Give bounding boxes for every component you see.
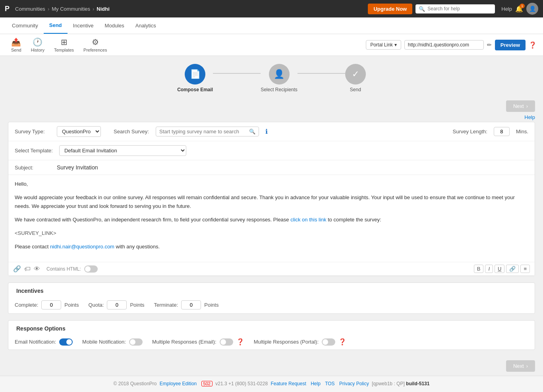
incentive-complete: Complete: Points: [15, 300, 79, 309]
tag-icon[interactable]: 🏷: [24, 265, 31, 273]
step-line-2: [298, 73, 345, 74]
bold-button[interactable]: B: [474, 265, 484, 273]
info-icon[interactable]: ℹ: [265, 128, 268, 135]
multi-email-info-icon[interactable]: ❓: [236, 338, 244, 346]
stepper: 📄 Compose Email 👤 Select Recipients ✓ Se…: [0, 64, 543, 92]
next-button-top[interactable]: Next ›: [506, 100, 535, 112]
incentives-row: Complete: Points Quota: Points Terminate…: [8, 296, 535, 313]
logo: P: [5, 5, 10, 13]
hyperlink-button[interactable]: 🔗: [506, 265, 519, 273]
breadcrumb-mycommunities[interactable]: My Communities: [52, 6, 90, 12]
survey-type-select[interactable]: QuestionPro: [57, 126, 101, 137]
format-buttons: B I U 🔗 ≡: [474, 265, 530, 273]
mins-label: Mins.: [516, 129, 528, 135]
footer-edition[interactable]: Employee Edition: [160, 381, 197, 386]
search-box: 🔍: [415, 4, 495, 13]
click-link[interactable]: click on this link: [290, 217, 326, 223]
breadcrumb-communities[interactable]: Communities: [15, 6, 45, 12]
quota-input[interactable]: [107, 300, 127, 309]
italic-button[interactable]: I: [485, 265, 493, 273]
footer-phone: +1 (800) 531-0228: [228, 381, 268, 386]
step-send-label: Send: [350, 87, 361, 92]
footer-feature-request[interactable]: Feature Request: [271, 381, 306, 386]
nav-incentive[interactable]: Incentive: [68, 18, 99, 33]
main-content: 📄 Compose Email 👤 Select Recipients ✓ Se…: [0, 56, 543, 376]
search-input[interactable]: [427, 6, 491, 12]
toolbar-history[interactable]: 🕐 History: [26, 36, 49, 54]
underline-button[interactable]: U: [495, 265, 504, 273]
nav-modules[interactable]: Modules: [99, 18, 130, 33]
form-card: Survey Type: QuestionPro Search Survey: …: [8, 122, 535, 276]
send-icon: 📤: [11, 37, 21, 47]
email-notif-label: Email Notification:: [15, 339, 56, 345]
breadcrumb-nidhi: Nidhi: [97, 6, 110, 12]
terminate-input[interactable]: [181, 300, 201, 309]
email-notif-toggle[interactable]: [59, 338, 73, 346]
complete-input[interactable]: [41, 300, 61, 309]
toolbar-send[interactable]: 📤 Send: [6, 36, 26, 54]
toolbar-templates[interactable]: ⊞ Templates: [49, 36, 79, 54]
help-link[interactable]: Help: [501, 6, 512, 12]
next-button-bottom-wrap: Next ›: [0, 356, 543, 376]
email-body[interactable]: Hello, We would appreciate your feedback…: [8, 175, 535, 262]
template-select[interactable]: Default Email Invitation: [59, 145, 186, 156]
email-notif-group: Email Notification:: [15, 338, 73, 346]
contains-html-label: Contains HTML:: [46, 266, 81, 272]
footer-copy: © 2018 QuestionPro: [114, 381, 157, 386]
contains-html-toggle[interactable]: [84, 265, 98, 273]
step-send-circle: ✓: [345, 64, 366, 85]
help-circle-button[interactable]: ❓: [529, 41, 537, 49]
email-line1: Hello,: [15, 180, 528, 188]
multi-portal-label: Multiple Responses (Portal):: [254, 339, 319, 345]
align-button[interactable]: ≡: [520, 265, 530, 273]
portal-link-button[interactable]: Portal Link ▾: [366, 40, 401, 50]
mobile-notif-group: Mobile Notification:: [82, 338, 143, 346]
response-options-card: Response Options Email Notification: Mob…: [8, 320, 535, 350]
step-compose-label: Compose Email: [177, 87, 213, 92]
email-line3: We have contracted with QuestionPro, an …: [15, 215, 528, 224]
multi-portal-info-icon[interactable]: ❓: [338, 338, 346, 346]
breadcrumb: Communities › My Communities › Nidhi: [15, 6, 110, 12]
toolbar-preferences[interactable]: ⚙ Preferences: [79, 36, 112, 54]
help-link-right[interactable]: Help: [524, 114, 535, 120]
incentive-terminate: Terminate: Points: [154, 300, 219, 309]
step-recipients-label: Select Recipients: [261, 87, 298, 92]
multi-email-group: Multiple Responses (Email): ❓: [152, 338, 244, 346]
mobile-notif-label: Mobile Notification:: [82, 339, 126, 345]
nav-community[interactable]: Community: [6, 18, 44, 33]
survey-length-input[interactable]: [494, 127, 510, 136]
avatar-button[interactable]: 👤: [526, 3, 538, 15]
mobile-notif-toggle[interactable]: [129, 338, 143, 346]
footer-build-label: [qpweb1b : QP]: [372, 381, 405, 386]
preview-button[interactable]: Preview: [495, 40, 526, 50]
template-label: Select Template:: [15, 148, 53, 154]
subject-row: Subject: Survey Invitation: [8, 160, 535, 175]
email-toolbar: 🔗 🏷 👁 Contains HTML: B I U 🔗 ≡: [8, 262, 535, 276]
complete-label: Complete:: [15, 302, 38, 308]
notification-button[interactable]: 🔔 1: [515, 5, 523, 13]
breadcrumb-sep2: ›: [93, 6, 94, 12]
portal-url-input[interactable]: [404, 40, 484, 50]
upgrade-button[interactable]: Upgrade Now: [368, 4, 412, 14]
search-survey-wrap: 🔍: [156, 127, 259, 136]
email-contact-link[interactable]: nidhi.nair@questionpro.com: [50, 244, 114, 250]
footer-version: v21.3: [215, 381, 227, 386]
multi-portal-toggle[interactable]: [322, 338, 335, 346]
eye-icon[interactable]: 👁: [34, 265, 40, 273]
nav-analytics[interactable]: Analytics: [130, 18, 162, 33]
next-button-bottom[interactable]: Next ›: [506, 360, 535, 372]
footer-tos[interactable]: TOS: [325, 381, 334, 386]
portal-link-group: Portal Link ▾ ✏ Preview ❓: [366, 40, 537, 50]
step-compose-circle: 📄: [185, 64, 205, 85]
toolbar: 📤 Send 🕐 History ⊞ Templates ⚙ Preferenc…: [0, 34, 543, 56]
footer-help[interactable]: Help: [311, 381, 321, 386]
subject-value: Survey Invitation: [57, 164, 98, 171]
multi-email-toggle[interactable]: [220, 338, 233, 346]
search-survey-input[interactable]: [159, 129, 247, 135]
nav-send[interactable]: Send: [44, 17, 68, 34]
step-recipients: 👤 Select Recipients: [261, 64, 298, 92]
edit-portal-url-button[interactable]: ✏: [487, 42, 492, 48]
history-icon: 🕐: [33, 37, 43, 47]
link-icon[interactable]: 🔗: [13, 265, 21, 273]
footer-privacy[interactable]: Privacy Policy: [339, 381, 369, 386]
